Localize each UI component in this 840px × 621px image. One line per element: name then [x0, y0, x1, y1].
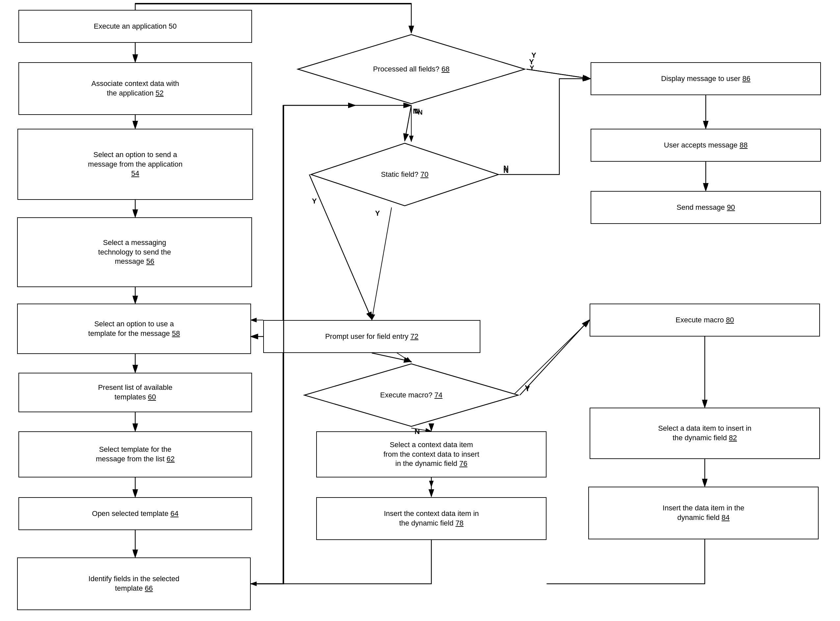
box-64: Open selected template 64 [18, 497, 252, 530]
box-80: Execute macro 80 [589, 304, 820, 336]
box-76: Select a context data itemfrom the conte… [316, 431, 547, 477]
label-n1: N [418, 109, 423, 116]
diamond-74: Execute macro? 74 [303, 362, 520, 428]
svg-line-36 [520, 320, 589, 395]
svg-line-35 [372, 353, 411, 362]
box-50: Execute an application 50 [18, 10, 252, 43]
box-58: Select an option to use atemplate for th… [17, 304, 251, 354]
box-82: Select a data item to insert inthe dynam… [589, 407, 820, 459]
box-52: Associate context data withthe applicati… [18, 62, 252, 115]
diamond-70: Static field? 70 [309, 142, 500, 208]
box-54: Select an option to send amessage from t… [17, 129, 253, 200]
box-78: Insert the context data item inthe dynam… [316, 497, 547, 540]
svg-line-33 [405, 105, 411, 141]
y-label-70: Y [375, 209, 380, 218]
box-66: Identify fields in the selectedtemplate … [17, 557, 251, 610]
label-y1: Y [530, 64, 534, 72]
box-60: Present list of availabletemplates 60 [18, 373, 252, 412]
box-56: Select a messagingtechnology to send the… [17, 217, 252, 287]
diamond-68: Processed all fields? 68 [296, 33, 526, 105]
y-label-68: Y [531, 51, 536, 60]
box-72: Prompt user for field entry 72 [263, 320, 480, 353]
y-label-74: Y [525, 383, 530, 392]
svg-line-11 [372, 208, 391, 320]
svg-line-32 [526, 69, 590, 79]
box-90: Send message 90 [591, 191, 821, 224]
flowchart: Y N Execute an application 50 Associate … [0, 0, 840, 621]
box-88: User accepts message 88 [591, 129, 821, 162]
box-86: Display message to user 86 [591, 62, 821, 95]
svg-line-9 [526, 69, 591, 79]
box-84: Insert the data item in thedynamic field… [588, 487, 819, 539]
n-label-70: N [503, 166, 509, 175]
box-62: Select template for themessage from the … [18, 431, 252, 477]
n-label-68: N [413, 107, 418, 115]
